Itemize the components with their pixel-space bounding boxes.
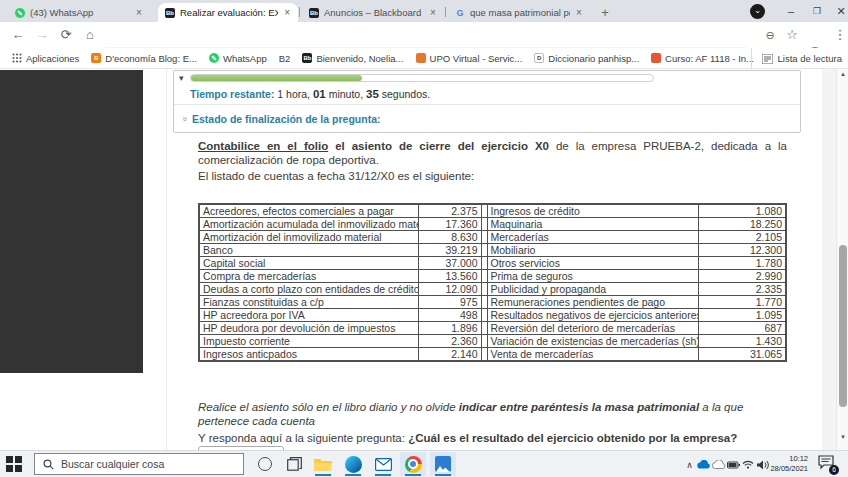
- panel-divider: [174, 104, 800, 105]
- account-name-cell: Deudas a corto plazo con entidades de cr…: [199, 283, 418, 296]
- bookmark-deconomia[interactable]: B D'economía Blog: E...: [87, 51, 201, 66]
- window-restore-button[interactable]: ❐: [804, 0, 830, 22]
- mail-button[interactable]: [370, 452, 396, 476]
- table-row: Impuesto corriente2.360Variación de exis…: [199, 335, 786, 348]
- account-value-cell: 498: [418, 309, 481, 322]
- photos-button[interactable]: [430, 452, 456, 476]
- tab-label: que masa patrimonial pertenece: [470, 7, 570, 18]
- cloud-status-icon[interactable]: [712, 460, 727, 469]
- date-text: 28/05/2021: [764, 464, 808, 474]
- account-name-cell: Reversión del deterioro de mercaderías: [487, 322, 698, 335]
- onedrive-icon[interactable]: [697, 460, 712, 469]
- time-progress-bar: [190, 74, 654, 82]
- bookmark-b2[interactable]: B2: [275, 51, 295, 66]
- account-name-cell: Impuesto corriente: [199, 335, 418, 348]
- browser-toolbar: ← → ⟳ ⌂ campusvirtual.upo.es/webapps/ass…: [0, 22, 848, 48]
- chrome-menu-icon[interactable]: ⋮: [830, 25, 848, 45]
- question-statement: Contabilice en el folio el asiento de ci…: [198, 139, 787, 167]
- statement-bold-underline: Contabilice en el folio: [198, 140, 328, 152]
- notification-center-button[interactable]: 6: [818, 455, 836, 473]
- note-bold-italic: indicar entre paréntesis la masa patrimo…: [459, 401, 699, 413]
- scroll-down-icon[interactable]: ▾: [837, 433, 848, 441]
- new-tab-button[interactable]: +: [596, 4, 614, 22]
- course-menu-collapsed-sidebar[interactable]: [0, 70, 143, 373]
- whatsapp-icon: [15, 8, 25, 18]
- whatsapp-icon: [209, 53, 219, 63]
- bookmark-whatsapp[interactable]: WhatsApp: [205, 51, 271, 66]
- statement-bold: el asiento de cierre del ejercicio X0: [328, 140, 549, 152]
- taskbar-clock[interactable]: 10:12 28/05/2021: [764, 454, 808, 474]
- blackboard-icon: Bb: [165, 8, 175, 18]
- account-name-cell: Ingresos de crédito: [487, 204, 698, 218]
- instruction-note: Realice el asiento sólo en el libro diar…: [198, 400, 787, 428]
- accounts-list-intro: El listado de cuentas a fecha 31/12/X0 e…: [198, 170, 787, 182]
- tray-expand-icon[interactable]: ∧: [682, 460, 697, 470]
- edge-button[interactable]: [340, 452, 366, 476]
- bookmark-upo-virtual[interactable]: UPO Virtual - Servic...: [412, 51, 527, 66]
- time-minutes: 01: [313, 88, 326, 100]
- account-value-cell: 1.896: [418, 322, 481, 335]
- chrome-button[interactable]: [400, 452, 426, 476]
- wifi-icon[interactable]: [742, 460, 757, 469]
- account-name-cell: Amortización acumulada del inmovilizado …: [199, 218, 418, 231]
- cortana-button[interactable]: [258, 457, 272, 471]
- start-button[interactable]: [6, 456, 22, 472]
- scrollbar-thumb[interactable]: [839, 245, 847, 407]
- tab-close-icon[interactable]: ×: [575, 7, 583, 18]
- bookmark-diccionario[interactable]: D Diccionario panhisp...: [530, 51, 643, 66]
- dictionary-icon: D: [534, 53, 544, 63]
- apps-shortcut[interactable]: Aplicaciones: [8, 51, 83, 66]
- tab-separator: [299, 7, 300, 17]
- window-close-button[interactable]: ✕: [828, 0, 848, 22]
- tab-close-icon[interactable]: ×: [135, 7, 143, 18]
- account-value-cell: 12.300: [698, 244, 786, 257]
- home-icon[interactable]: ⌂: [80, 25, 100, 45]
- zoom-icon[interactable]: ⊖: [760, 25, 780, 45]
- table-row: Banco39.219Mobiliario12.300: [199, 244, 786, 257]
- account-name-cell: Publicidad y propaganda: [487, 283, 698, 296]
- browser-tab-strip: (43) WhatsApp × Bb Realizar evaluación: …: [0, 0, 848, 22]
- task-view-button[interactable]: [287, 457, 302, 471]
- window-minimize-button[interactable]: –: [778, 0, 804, 22]
- bookmark-star-icon[interactable]: ☆: [782, 25, 802, 45]
- vertical-scrollbar[interactable]: ▴ ▾: [836, 69, 848, 450]
- table-row: Fianzas constituidas a c/p975Remuneracio…: [199, 296, 786, 309]
- tab-close-icon[interactable]: ×: [283, 7, 291, 18]
- tab-whatsapp[interactable]: (43) WhatsApp ×: [8, 3, 154, 22]
- account-value-cell: 8.630: [418, 231, 481, 244]
- reload-icon[interactable]: ⟳: [56, 25, 76, 45]
- account-value-cell: 2.140: [418, 348, 481, 362]
- edge-icon: [345, 456, 362, 473]
- battery-icon[interactable]: [727, 461, 742, 469]
- google-icon: G: [455, 8, 465, 18]
- bookmark-curso[interactable]: Curso: AF 1118 - In...: [647, 51, 758, 66]
- tab-anuncios[interactable]: Bb Anuncios – Blackboard Learn ×: [302, 3, 444, 22]
- chrome-update-icon[interactable]: ⌄: [750, 4, 765, 19]
- table-row: Ingresos anticpados2.140Venta de mercade…: [199, 348, 786, 362]
- account-value-cell: 975: [418, 296, 481, 309]
- question-status-toggle[interactable]: » Estado de finalización de la pregunta:: [182, 113, 380, 125]
- tab-exam[interactable]: Bb Realizar evaluación: EXAMEN FIN ×: [158, 3, 298, 22]
- screen: (43) WhatsApp × Bb Realizar evaluación: …: [0, 0, 848, 477]
- table-row: HP deudora por devolución de impuestos1.…: [199, 322, 786, 335]
- scroll-up-icon[interactable]: ▴: [837, 70, 848, 78]
- forward-icon[interactable]: →: [32, 25, 52, 45]
- account-name-cell: Acreedores, efectos comerciales a pagar: [199, 204, 418, 218]
- tab-google-search[interactable]: G que masa patrimonial pertenece ×: [448, 3, 590, 22]
- reading-list-button[interactable]: Lista de lectura: [751, 48, 842, 69]
- back-icon[interactable]: ←: [8, 25, 28, 45]
- bookmark-label: WhatsApp: [223, 53, 267, 64]
- reading-list-icon: [762, 54, 773, 64]
- tab-close-icon[interactable]: ×: [429, 7, 437, 18]
- photos-icon: [435, 456, 451, 472]
- time-seconds-word: segundos.: [379, 88, 430, 100]
- taskbar: Buscar cualquier cosa ∧: [0, 450, 848, 477]
- taskbar-search-input[interactable]: Buscar cualquier cosa: [34, 453, 244, 475]
- search-icon: [43, 459, 54, 470]
- bookmark-bienvenido[interactable]: Bb Bienvenido, Noelia...: [298, 51, 407, 66]
- file-explorer-button[interactable]: [310, 452, 336, 476]
- final-question-prefix: Y responda aquí a la siguiente pregunta:: [198, 432, 408, 444]
- collapse-triangle-icon[interactable]: ▾: [179, 73, 184, 83]
- account-name-cell: Prima de seguros: [487, 270, 698, 283]
- bookmark-label: Aplicaciones: [26, 53, 79, 64]
